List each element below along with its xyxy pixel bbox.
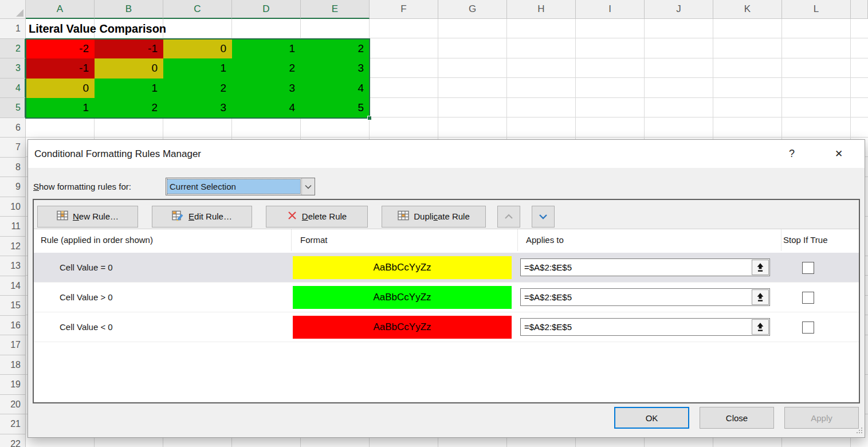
header-rule: Rule (applied in order shown) (34, 229, 291, 251)
range-picker-icon[interactable] (752, 289, 769, 305)
column-header-e[interactable]: E (301, 0, 370, 19)
format-preview: AaBbCcYyZz (293, 286, 512, 309)
row-header-8[interactable]: 8 (0, 158, 26, 178)
duplicate-rule-button[interactable]: Duplicate Rule (382, 206, 486, 228)
row-header-5[interactable]: 5 (0, 98, 26, 118)
row-header-1[interactable]: 1 (0, 19, 26, 39)
stop-if-true-checkbox[interactable] (802, 262, 814, 274)
column-header-l[interactable]: L (782, 0, 851, 19)
row-header-11[interactable]: 11 (0, 217, 26, 237)
show-rules-row: Show formatting rules for: Current Selec… (28, 178, 865, 195)
cell-d5[interactable]: 4 (232, 98, 301, 118)
dialog-title: Conditional Formatting Rules Manager (34, 140, 201, 168)
edit-rule-button[interactable]: Edit Rule… (152, 206, 252, 228)
cell-d2[interactable]: 1 (232, 39, 301, 59)
rule-row-2[interactable]: Cell Value > 0 AaBbCcYyZz (34, 283, 859, 312)
cell-e4[interactable]: 4 (301, 79, 370, 99)
range-picker-icon[interactable] (752, 260, 769, 275)
cell-d3[interactable]: 2 (232, 58, 301, 79)
row-header-22[interactable]: 22 (0, 434, 26, 447)
row-header-13[interactable]: 13 (0, 256, 26, 276)
select-all-corner[interactable] (0, 0, 26, 19)
fill-handle[interactable] (367, 116, 372, 120)
column-header-j[interactable]: J (645, 0, 713, 19)
dropdown-text: Current Selection (166, 178, 301, 195)
column-header-g[interactable]: G (438, 0, 507, 19)
cell-e3[interactable]: 3 (301, 58, 370, 79)
row-header-10[interactable]: 10 (0, 197, 26, 217)
ok-button[interactable]: OK (614, 407, 689, 429)
cell-c5[interactable]: 3 (163, 98, 232, 118)
header-stop-if-true: Stop If True (781, 229, 859, 251)
row-header-18[interactable]: 18 (0, 355, 26, 375)
row-header-19[interactable]: 19 (0, 375, 26, 395)
column-header-d[interactable]: D (232, 0, 301, 19)
show-rules-dropdown[interactable]: Current Selection (166, 178, 315, 195)
rules-list-header: Rule (applied in order shown) Format App… (34, 229, 859, 253)
cell-c4[interactable]: 2 (163, 79, 232, 99)
edit-rule-label: Edit Rule… (188, 211, 232, 221)
cell-b3[interactable]: 0 (95, 58, 163, 79)
row-header-9[interactable]: 9 (0, 177, 26, 197)
cell-b4[interactable]: 1 (95, 79, 163, 99)
resize-grip[interactable] (856, 426, 863, 436)
cell-c2[interactable]: 0 (163, 39, 232, 59)
rule-row-3[interactable]: Cell Value < 0 AaBbCcYyZz (34, 312, 859, 342)
row-header-2[interactable]: 2 (0, 39, 26, 59)
delete-rule-button[interactable]: Delete Rule (266, 206, 368, 228)
rule-description: Cell Value = 0 (34, 253, 291, 282)
dialog-titlebar[interactable]: Conditional Formatting Rules Manager ? ✕ (28, 140, 865, 168)
cell-c3[interactable]: 1 (163, 58, 232, 79)
range-picker-icon[interactable] (752, 319, 769, 335)
chevron-down-icon[interactable] (301, 178, 315, 195)
column-header-h[interactable]: H (507, 0, 576, 19)
row-header-17[interactable]: 17 (0, 335, 26, 355)
rule-row-1[interactable]: Cell Value = 0 AaBbCcYyZz (34, 253, 859, 283)
close-icon[interactable]: ✕ (830, 140, 847, 168)
cell-e5[interactable]: 5 (301, 98, 370, 118)
column-header-a[interactable]: A (26, 0, 95, 19)
cell-d4[interactable]: 3 (232, 79, 301, 99)
row-header-16[interactable]: 16 (0, 316, 26, 336)
row-header-20[interactable]: 20 (0, 395, 26, 415)
cell-a2[interactable]: -2 (26, 39, 95, 59)
new-rule-button[interactable]: New Rule… (37, 206, 138, 228)
column-header-f[interactable]: F (370, 0, 438, 19)
dialog-footer: OK Close Apply (614, 407, 859, 429)
row-header-21[interactable]: 21 (0, 414, 26, 434)
column-header-k[interactable]: K (713, 0, 782, 19)
applies-to-field (520, 318, 770, 336)
cell-e2[interactable]: 2 (301, 39, 370, 59)
close-button[interactable]: Close (700, 407, 774, 429)
cell-a3[interactable]: -1 (26, 58, 95, 79)
move-rule-up-button[interactable] (497, 206, 520, 228)
stop-if-true-checkbox[interactable] (802, 321, 814, 334)
move-rule-down-button[interactable] (532, 206, 555, 228)
cell-a5[interactable]: 1 (26, 98, 95, 118)
stop-if-true-checkbox[interactable] (802, 292, 814, 304)
apply-button[interactable]: Apply (784, 407, 859, 429)
applies-to-input[interactable] (521, 289, 769, 305)
column-header-b[interactable]: B (95, 0, 163, 19)
row-header-15[interactable]: 15 (0, 296, 26, 316)
row-header-12[interactable]: 12 (0, 237, 26, 257)
duplicate-rule-table-icon (398, 210, 409, 223)
cell-b5[interactable]: 2 (95, 98, 163, 118)
rules-list: Rule (applied in order shown) Format App… (34, 229, 859, 402)
column-header-c[interactable]: C (163, 0, 232, 19)
row-header-7[interactable]: 7 (0, 138, 26, 158)
help-button[interactable]: ? (783, 140, 800, 168)
column-header-partial[interactable] (851, 0, 868, 19)
chevron-down-icon (539, 211, 548, 221)
row-header-14[interactable]: 14 (0, 276, 26, 296)
row-header-6[interactable]: 6 (0, 118, 26, 138)
row-header-3[interactable]: 3 (0, 58, 26, 79)
cell-a1-title[interactable]: Literal Value Comparison (29, 19, 166, 39)
cell-a4[interactable]: 0 (26, 79, 95, 99)
cell-b2[interactable]: -1 (95, 39, 163, 59)
cf-rules-manager-dialog: Conditional Formatting Rules Manager ? ✕… (28, 139, 865, 438)
applies-to-input[interactable] (521, 259, 769, 276)
column-header-i[interactable]: I (576, 0, 645, 19)
row-header-4[interactable]: 4 (0, 79, 26, 99)
applies-to-input[interactable] (521, 319, 769, 335)
